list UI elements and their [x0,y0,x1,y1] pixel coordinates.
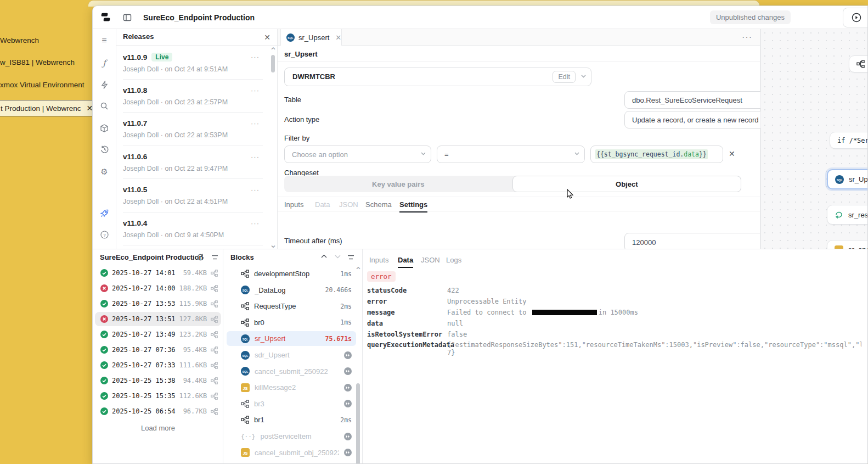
menu-icon[interactable]: ≡ [99,36,109,46]
browser-tab[interactable]: Webwrench [0,36,39,44]
blocks-scrollbar[interactable]: ⌃ [355,267,362,464]
refresh-icon[interactable] [197,254,204,261]
changeset-keyvalue-option[interactable]: Key value pairs [284,176,512,192]
workflow-node-if[interactable]: if /*Servi [830,132,868,149]
close-tab-icon[interactable]: ✕ [335,33,341,42]
subtab-data[interactable]: Data [315,200,330,209]
release-item[interactable]: v11.0.7 Joseph Doll · on Oct 22 at 9:53P… [116,113,277,146]
remove-filter-icon[interactable]: ✕ [729,149,735,158]
release-menu-icon[interactable]: ··· [251,119,260,127]
timeout-value: 120000 [632,238,656,247]
result-tab-logs[interactable]: Logs [446,256,461,264]
release-byline: Joseph Doll · on Oct 22 at 9:53PM [123,131,261,139]
filter-icon[interactable] [211,254,218,260]
result-row: messageFailed to connect to in 15000ms [367,309,864,316]
run-workflow-button[interactable] [843,8,868,27]
block-row[interactable]: RequestType2ms [227,299,356,314]
subtab-schema[interactable]: Schema [365,200,392,209]
load-more-link[interactable]: Load more [93,424,223,432]
release-item[interactable]: v11.0.9Live Joseph Doll · on Oct 24 at 9… [116,46,277,80]
run-history-row[interactable]: 2025-10-25 06:54 96.7KB [95,404,221,418]
filter-field-select[interactable]: Choose an option [284,146,431,163]
toggle-left-panel-icon[interactable] [123,13,132,22]
run-history-row[interactable]: 2025-10-27 13:53 115.9KB [95,297,221,311]
run-history-row[interactable]: 2025-10-27 14:00 188.2KB [95,281,221,295]
workflow-node-branch[interactable] [849,55,868,72]
block-name: br3 [254,400,264,408]
block-row[interactable]: JS killMessage2 [227,380,356,395]
workflow-node-sr-resp[interactable]: sr_resp [827,205,868,225]
search-icon[interactable] [99,101,109,111]
filter-value-input[interactable]: {{st_bgsync_request_id.data}} [590,146,723,163]
release-menu-icon[interactable]: ··· [251,86,260,94]
run-history-row[interactable]: 2025-10-27 14:01 59.4KB [95,266,221,280]
workflow-canvas[interactable]: if /*ServiSQLsr_Upsesr_respJSsr_oper [760,29,868,249]
release-menu-icon[interactable]: ··· [251,53,260,61]
release-menu-icon[interactable]: ··· [251,186,260,194]
sql-query-icon: SQL [286,33,295,42]
changeset-toggle: Key value pairs Object [284,176,741,192]
run-history-row[interactable]: 2025-10-27 07:33 111.6KB [95,358,221,372]
block-row[interactable]: developmentStop1ms [227,266,356,281]
gear-icon[interactable]: ⚙ [99,167,109,177]
edit-resource-button[interactable]: Edit [553,71,576,83]
history-icon[interactable] [99,144,109,154]
chevron-down-icon[interactable] [581,75,586,78]
run-history-row[interactable]: 2025-10-27 07:36 95.4KB [95,343,221,357]
collapse-down-icon[interactable] [335,255,341,259]
lightning-icon[interactable] [99,80,109,90]
release-menu-icon[interactable]: ··· [251,219,260,227]
block-row[interactable]: SQL sr_Upsert75.671s [227,331,356,346]
filter-operator-select[interactable]: = [437,146,585,163]
timeout-input[interactable]: 120000 [624,233,760,249]
help-icon[interactable]: ? [99,230,109,239]
resource-selector[interactable]: DWRMTCBR Edit [284,68,591,86]
package-icon[interactable] [99,123,109,133]
run-history-row[interactable]: 2025-10-27 13:51 127.8KB [95,312,221,326]
release-menu-icon[interactable]: ··· [251,153,260,161]
subtab-json[interactable]: JSON [339,200,358,209]
releases-scrollbar[interactable]: ⌃ ⌄ [270,47,277,249]
release-item[interactable]: v11.0.5 Joseph Doll · on Oct 22 at 4:51P… [116,179,277,213]
collapse-up-icon[interactable] [321,254,327,258]
browser-tab[interactable]: xmox Virtual Environment [0,81,84,89]
block-row[interactable]: br12ms [227,412,356,427]
block-row[interactable]: SQL cancel_submit_250922 [227,364,356,379]
browser-tab[interactable]: w_ISB81 | Webwrench [0,58,75,66]
block-row[interactable]: br01ms [227,315,356,330]
tab-bar-menu-icon[interactable]: ··· [742,32,752,42]
block-row[interactable]: br3 [227,396,356,411]
block-row[interactable]: SQL _DataLog20.466s [227,283,356,298]
block-name: br0 [254,318,264,327]
subtab-settings[interactable]: Settings [399,200,427,213]
result-tab-json[interactable]: JSON [421,256,440,264]
retool-logo-icon[interactable] [100,12,112,23]
run-history-row[interactable]: 2025-10-25 15:35 112.6KB [95,389,221,403]
function-icon[interactable]: ƒ [99,58,109,68]
workflow-icon [211,393,218,400]
release-item[interactable]: v11.0.4 Joseph Doll · on Oct 9 at 4:50PM… [116,213,277,246]
result-key: data [367,320,447,327]
release-item[interactable]: v11.0.6 Joseph Doll · on Oct 22 at 9:47P… [116,146,277,180]
run-history-row[interactable]: 2025-10-27 13:49 123.2KB [95,327,221,342]
run-size: 96.7KB [183,407,207,415]
close-icon[interactable]: ✕ [264,33,270,42]
filter-icon[interactable] [347,254,354,260]
result-tab-inputs[interactable]: Inputs [369,256,388,264]
svg-text:?: ? [103,232,106,237]
tab-sr-upsert[interactable]: SQL sr_Upsert ✕ [280,29,342,46]
block-row[interactable]: JS cancel_submit_obj_250922 [227,445,356,460]
run-history-row[interactable]: 2025-10-25 15:38 94.4KB [95,373,221,388]
changeset-object-option[interactable]: Object [512,176,742,192]
left-icon-rail: ≡ƒ⚙? [93,29,116,249]
block-row[interactable]: {··} postServiceItem [227,429,356,444]
rocket-icon[interactable] [99,208,109,218]
block-row[interactable]: SQL sdr_Upsert [227,348,356,362]
browser-tab[interactable]: t Production | Webwrenc✕ [0,100,99,116]
subtab-inputs[interactable]: Inputs [284,200,303,209]
block-name: postServiceItem [261,432,312,440]
workflow-node-sr-upsert[interactable]: SQLsr_Upse [827,169,868,189]
release-item[interactable]: v11.0.8 Joseph Doll · on Oct 23 at 2:57P… [116,80,277,113]
workflow-node-sr-oper[interactable]: JSsr_oper [827,240,868,249]
result-tab-data[interactable]: Data [398,256,413,268]
